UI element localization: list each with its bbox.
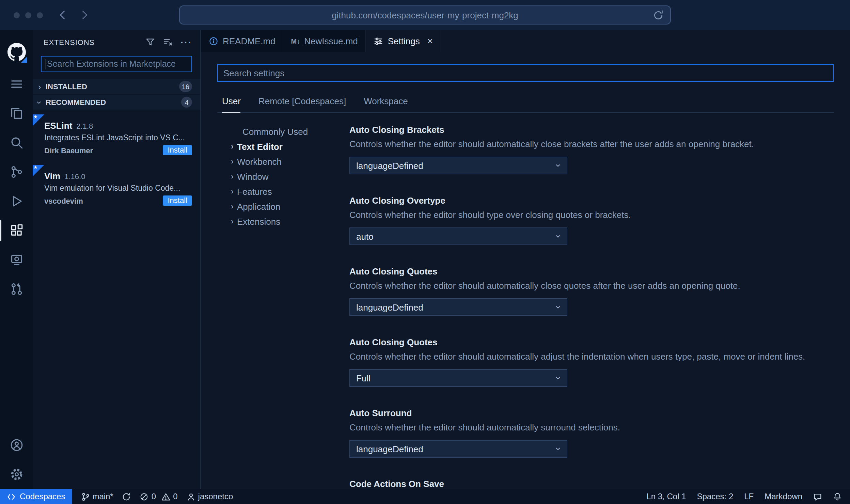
toc-window[interactable]: › Window — [231, 169, 349, 184]
vscode-wedge-icon — [21, 57, 27, 63]
extension-item-vim[interactable]: ★ Vim 1.16.0 Vim emulation for Visual St… — [33, 165, 200, 211]
chevron-right-icon: › — [35, 82, 44, 91]
toc-commonly-used[interactable]: Commonly Used — [231, 124, 349, 139]
feedback-icon[interactable] — [813, 492, 822, 501]
remote-indicator[interactable]: Codespaces — [0, 489, 72, 504]
notifications-bell-icon[interactable] — [833, 492, 842, 501]
remote-explorer-icon[interactable] — [0, 245, 33, 274]
setting-dropdown[interactable]: languageDefined › — [349, 298, 567, 316]
chevron-down-icon: › — [554, 305, 564, 309]
toc-workbench[interactable]: › Workbench — [231, 154, 349, 169]
section-installed[interactable]: › INSTALLED 16 — [33, 79, 200, 94]
search-icon[interactable] — [0, 128, 33, 157]
toc-features[interactable]: › Features — [231, 184, 349, 199]
extensions-sidebar: EXTENSIONS ··· › INSTALLED 16 — [33, 30, 201, 489]
window-close-button[interactable] — [14, 12, 20, 18]
scope-tab-user[interactable]: User — [222, 96, 241, 113]
text-cursor — [46, 59, 46, 69]
extension-item-eslint[interactable]: ★ ESLint 2.1.8 Integrates ESLint JavaScr… — [33, 114, 200, 161]
install-button[interactable]: Install — [163, 145, 192, 155]
scope-tab-remote[interactable]: Remote [Codespaces] — [258, 96, 346, 112]
markdown-icon: M↓ — [291, 37, 300, 45]
window-maximize-button[interactable] — [37, 12, 43, 18]
language-mode[interactable]: Markdown — [765, 492, 802, 501]
settings-editor: User Remote [Codespaces] Workspace Commo… — [201, 52, 850, 489]
install-button[interactable]: Install — [163, 195, 192, 206]
clear-filter-icon[interactable] — [163, 37, 173, 47]
user-icon — [187, 492, 195, 501]
setting-auto-closing-brackets: Auto Closing Brackets Controls whether t… — [349, 124, 834, 174]
sync-button[interactable] — [122, 492, 131, 501]
indentation[interactable]: Spaces: 2 — [697, 492, 734, 501]
chevron-right-icon: › — [231, 157, 234, 166]
settings-search-input[interactable] — [217, 64, 834, 82]
setting-auto-surround: Auto Surround Controls whether the edito… — [349, 407, 834, 458]
settings-scope-tabs: User Remote [Codespaces] Workspace — [217, 96, 834, 113]
toc-text-editor[interactable]: › Text Editor — [231, 139, 349, 154]
tab-readme[interactable]: README.md — [201, 30, 284, 52]
refresh-icon[interactable] — [652, 10, 664, 21]
setting-dropdown[interactable]: auto › — [349, 227, 567, 245]
url-text: github.com/codespaces/user-my-project-mg… — [332, 10, 518, 20]
extensions-search-input[interactable] — [42, 57, 191, 72]
explorer-icon[interactable] — [0, 99, 33, 128]
codespaces-window: github.com/codespaces/user-my-project-mg… — [0, 0, 850, 504]
setting-dropdown[interactable]: languageDefined › — [349, 157, 567, 174]
chevron-down-icon: › — [554, 164, 564, 167]
sidebar-header: EXTENSIONS ··· — [33, 30, 200, 54]
window-minimize-button[interactable] — [25, 12, 31, 18]
activity-bar — [0, 30, 33, 489]
extensions-icon[interactable] — [0, 216, 33, 245]
errors-icon — [140, 492, 149, 501]
window-controls[interactable] — [14, 12, 43, 18]
sync-icon — [122, 492, 131, 501]
account-icon[interactable] — [0, 430, 33, 460]
scope-tab-workspace[interactable]: Workspace — [364, 96, 408, 112]
github-codespaces-logo-icon — [0, 35, 33, 68]
editor-group: README.md M↓ NewIssue.md Settings × — [201, 30, 850, 489]
address-bar[interactable]: github.com/codespaces/user-my-project-mg… — [179, 5, 671, 25]
chevron-down-icon: › — [554, 235, 564, 238]
menu-icon[interactable] — [0, 69, 33, 99]
status-bar: Codespaces main* 0 — [0, 489, 850, 504]
git-branch-icon — [81, 492, 90, 501]
settings-list: Auto Closing Brackets Controls whether t… — [349, 124, 834, 489]
browser-chrome: github.com/codespaces/user-my-project-mg… — [0, 0, 850, 30]
close-icon[interactable]: × — [427, 36, 433, 46]
toc-extensions[interactable]: › Extensions — [231, 214, 349, 229]
toc-application[interactable]: › Application — [231, 199, 349, 214]
setting-auto-closing-overtype: Auto Closing Overtype Controls whether t… — [349, 195, 834, 245]
eol-selector[interactable]: LF — [744, 492, 754, 501]
recommended-count-badge: 4 — [181, 97, 192, 108]
setting-code-actions-on-save: Code Actions On Save — [349, 478, 834, 489]
chevron-right-icon: › — [231, 187, 234, 195]
problems-indicator[interactable]: 0 0 — [140, 492, 178, 501]
more-actions-icon[interactable]: ··· — [180, 39, 192, 45]
warnings-icon — [161, 492, 170, 501]
user-indicator[interactable]: jasonetco — [187, 492, 233, 501]
codespaces-icon — [7, 493, 16, 500]
filter-icon[interactable] — [145, 37, 155, 47]
chevron-right-icon: › — [231, 217, 234, 225]
chevron-right-icon: › — [231, 202, 234, 210]
pull-requests-icon[interactable] — [0, 274, 33, 304]
info-icon — [208, 36, 219, 46]
tab-newissue[interactable]: M↓ NewIssue.md — [284, 30, 366, 52]
settings-gear-icon[interactable] — [0, 460, 33, 489]
browser-forward-button[interactable] — [78, 9, 91, 21]
extensions-search-box — [41, 56, 192, 72]
sidebar-title: EXTENSIONS — [44, 38, 145, 46]
setting-dropdown[interactable]: Full › — [349, 369, 567, 387]
branch-indicator[interactable]: main* — [81, 492, 113, 501]
setting-auto-indent: Auto Closing Quotes Controls whether the… — [349, 336, 834, 387]
source-control-icon[interactable] — [0, 157, 33, 187]
cursor-position[interactable]: Ln 3, Col 1 — [646, 492, 686, 501]
run-debug-icon[interactable] — [0, 187, 33, 216]
chevron-down-icon: › — [554, 376, 564, 379]
workbench: EXTENSIONS ··· › INSTALLED 16 — [0, 30, 850, 489]
tab-settings[interactable]: Settings × — [366, 30, 441, 52]
chevron-right-icon: › — [231, 172, 234, 180]
browser-back-button[interactable] — [57, 9, 69, 21]
section-recommended[interactable]: › RECOMMENDED 4 — [33, 95, 200, 110]
setting-dropdown[interactable]: languageDefined › — [349, 440, 567, 458]
